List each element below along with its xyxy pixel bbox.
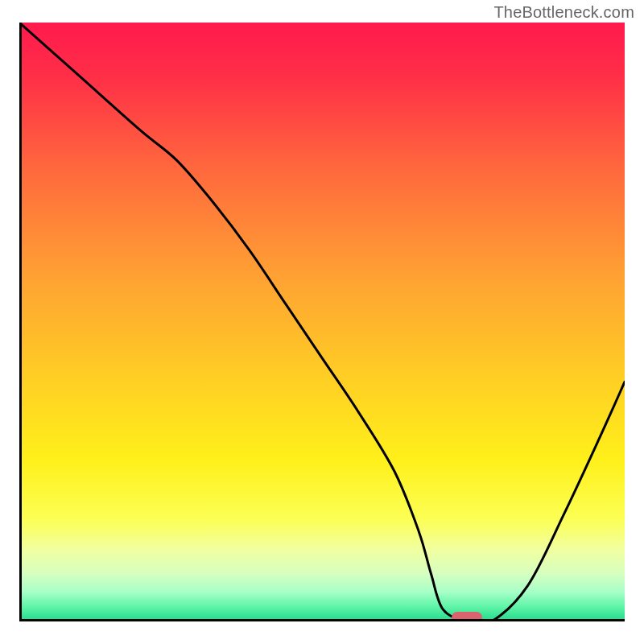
bottleneck-curve-path <box>19 23 625 621</box>
plot-area <box>19 23 625 621</box>
watermark-text: TheBottleneck.com <box>493 3 634 22</box>
y-axis <box>19 23 22 621</box>
x-axis <box>19 619 625 621</box>
curve-layer <box>19 23 625 621</box>
bottleneck-chart: TheBottleneck.com <box>0 0 644 644</box>
